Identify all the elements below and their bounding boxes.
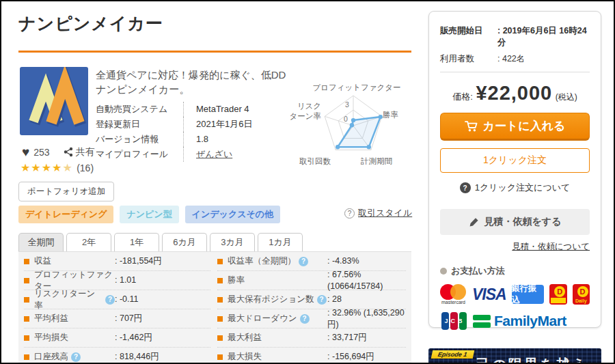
rating-count: (16) [77, 163, 94, 173]
bullet-icon [24, 297, 29, 303]
jcb-icon: JCB [440, 311, 467, 331]
tab-all-period[interactable]: 全期間 [18, 233, 64, 251]
bullet-icon [24, 259, 29, 264]
one-click-about-row: ? 1クリック注文について [440, 182, 590, 194]
seller-profile-link[interactable]: ぜんざい [196, 149, 232, 159]
stats-panel: 収益 : -181,554円 プロフィットファクター : 1.01 リスクリター… [18, 251, 411, 364]
dot-icon [440, 268, 447, 275]
stat-row-max-loss: 最大損失 : -156,694円 [217, 348, 406, 364]
payment-row-1: mastercard VISA 銀行振込 D DDaily [440, 284, 590, 305]
star-icon: ★ [42, 162, 52, 173]
stat-row-balance: 口座残高? : 818,446円 [24, 348, 210, 364]
ad-banner[interactable]: Episode 1 己の限界を越え [428, 348, 601, 364]
daily-yamazaki-icon: D [549, 284, 566, 305]
divider [440, 72, 590, 72]
add-to-cart-button[interactable]: カートに入れる [440, 113, 590, 141]
info-label: 登録更新日 [96, 117, 183, 132]
mastercard-icon: mastercard [440, 284, 467, 305]
price-value: ¥22,000 [476, 82, 552, 104]
page-title: ナンピンメイカー [18, 12, 163, 35]
bullet-icon [217, 259, 223, 264]
product-description: 全通貨ペアに対応！爆発的に稼ぐ、低DD ナンピンメイカー。 [96, 68, 314, 96]
release-date-row: 販売開始日 : 2019年6月6日 16時24分 [440, 25, 590, 48]
bank-transfer-icon: 銀行振込 [512, 285, 544, 304]
info-label: 自動売買システム [96, 102, 183, 117]
one-click-about-link[interactable]: 1クリック注文について [475, 182, 571, 194]
bullet-icon [217, 354, 223, 360]
tab-1m[interactable]: 1カ月 [258, 233, 303, 251]
tag-nampin[interactable]: ナンピン型 [120, 206, 178, 223]
star-icon: ★ [20, 162, 31, 173]
purchase-card: 販売開始日 : 2019年6月6日 16時24分 利用者数 : 422名 価格:… [428, 11, 601, 328]
stat-row-max-drawdown: 最大ドローダウン? : 32.96% (1,635,290円) [217, 309, 406, 328]
rating-stars[interactable]: ★★★★★ (16) [20, 161, 94, 174]
question-outline-icon[interactable]: ? [344, 208, 355, 219]
help-icon[interactable]: ? [105, 295, 115, 305]
stat-row-max-profit: 最大利益 : 33,717円 [217, 328, 406, 348]
product-page: ナンピンメイカー 全通貨ペアに対応！爆発的に稼ぐ、低DD ナンピンメイカー。 自… [0, 0, 615, 364]
share-button[interactable]: 共有 [64, 146, 95, 158]
info-label: バージョン情報 [96, 132, 183, 147]
product-logo [20, 67, 88, 135]
visa-icon: VISA [472, 285, 506, 304]
style-tags: デイトレーディング ナンピン型 インデックスその他 [18, 206, 280, 223]
stats-column-left: 収益 : -181,554円 プロフィットファクター : 1.01 リスクリター… [24, 252, 210, 364]
stat-row-avg-profit: 平均利益 : 707円 [24, 309, 210, 328]
bullet-icon [24, 335, 29, 341]
price-label: 価格: [452, 92, 473, 102]
help-icon[interactable]: ? [71, 352, 81, 362]
payment-title-row: お支払い方法 [440, 265, 590, 277]
tag-day-trading[interactable]: デイトレーディング [18, 206, 113, 223]
bullet-icon [24, 354, 29, 360]
release-date-value: : 2019年6月6日 16時24分 [497, 25, 590, 48]
bullet-icon [24, 316, 29, 322]
info-label: マイプロフィール [96, 147, 183, 162]
radar-chart: プロフィットファクター 勝率 計測期間 取引回数 リスク ターン率 3 0 [288, 80, 428, 176]
share-icon [64, 147, 73, 157]
pen-icon [469, 217, 479, 227]
cart-icon [465, 120, 478, 132]
title-divider [18, 51, 411, 53]
help-icon[interactable]: ? [300, 314, 310, 324]
like-share-row: ♥ 253 共有 [22, 145, 95, 158]
tab-6m[interactable]: 6カ月 [162, 233, 207, 251]
payment-methods: お支払い方法 mastercard VISA 銀行振込 D DDaily [440, 265, 590, 331]
like-count: 253 [33, 147, 49, 158]
tab-2y[interactable]: 2年 [66, 233, 111, 251]
bullet-icon [24, 278, 29, 283]
tag-index-other[interactable]: インデックスその他 [185, 206, 280, 223]
radar-plot [305, 87, 401, 163]
help-icon[interactable]: ? [317, 295, 327, 305]
star-icon: ★ [52, 162, 62, 173]
tab-1y[interactable]: 1年 [114, 233, 159, 251]
add-portfolio-button[interactable]: ポートフォリオ追加 [18, 182, 114, 201]
episode-badge: Episode 1 [431, 350, 474, 359]
trade-style-help: ? 取引スタイル [344, 207, 412, 219]
stat-row-win-rate: 勝率 : 67.56% (10664/15784) [217, 271, 406, 290]
tab-3m[interactable]: 3カ月 [210, 233, 255, 251]
help-icon[interactable]: ? [299, 257, 308, 266]
stat-row-risk-return: リスクリターン率? : -0.11 [24, 290, 210, 309]
info-value-updated: 2021年1月6日 [183, 117, 252, 132]
quote-about-link[interactable]: 見積・依頼について [440, 241, 590, 253]
heart-icon[interactable]: ♥ [22, 145, 29, 158]
price-line: 価格: ¥22,000 (税込) [440, 82, 590, 104]
stats-column-right: 収益率（全期間）? : -4.83% 勝率 : 67.56% (10664/15… [217, 252, 406, 364]
quote-request-button[interactable]: 見積・依頼をする [440, 209, 590, 235]
question-dark-icon[interactable]: ? [460, 182, 471, 193]
banner-headline: 己の限界を越え [476, 355, 587, 364]
users-row: 利用者数 : 422名 [440, 53, 590, 65]
trade-style-link[interactable]: 取引スタイル [358, 207, 412, 219]
price-tax-note: (税込) [556, 92, 577, 102]
stat-row-avg-loss: 平均損失 : -1,462円 [24, 328, 210, 348]
daily-icon: DDaily [573, 284, 590, 305]
logo-mountains-icon [20, 67, 88, 135]
info-value-version: 1.8 [183, 132, 252, 147]
bullet-icon [217, 335, 223, 341]
share-label: 共有 [76, 146, 95, 158]
bullet-icon [217, 297, 223, 303]
product-info-list: 自動売買システム MetaTrader 4 登録更新日 2021年1月6日 バー… [96, 102, 252, 162]
one-click-order-button[interactable]: 1クリック注文 [440, 148, 590, 173]
familymart-icon: FamilyMart [473, 313, 566, 329]
star-half-icon: ★ [62, 162, 72, 173]
